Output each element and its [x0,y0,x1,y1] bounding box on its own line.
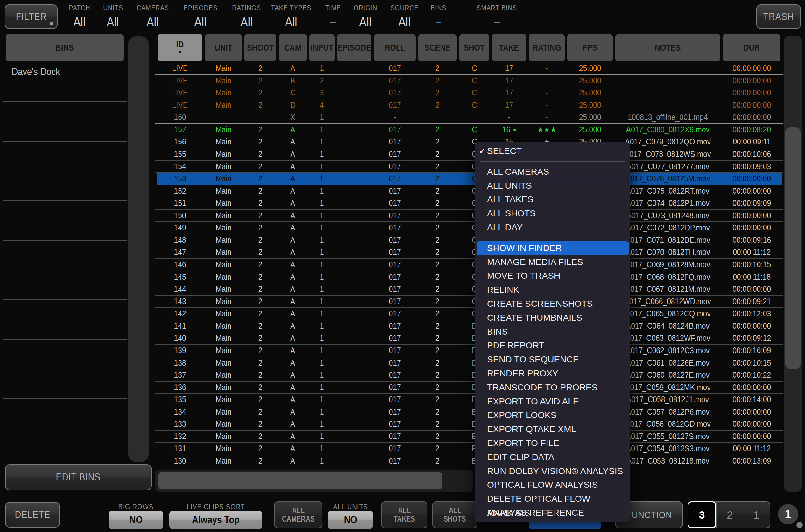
table-row[interactable]: 142Main2A10172CA017_C065_0812CQ.mov00:00… [155,308,783,320]
menu-item-all-day[interactable]: ALL DAY [475,221,630,234]
table-row[interactable]: 135Main2A10172DA017_C058_0812J1.mov00:00… [155,394,783,406]
table-row[interactable]: 133Main2A10172EA017_C056_0812GD.mov00:00… [155,418,783,431]
bins-scrollbar[interactable] [128,36,149,462]
bin-item-empty[interactable] [3,260,127,280]
live-clips-sort-toggle[interactable]: Always Top [169,511,262,529]
bin-item-empty[interactable] [3,221,127,241]
table-row[interactable]: 140Main2A10172DA017_C063_0812WF.mov00:00… [155,332,783,345]
trash-button[interactable]: TRASH [756,4,801,29]
all-takes-button[interactable]: ALLTAKES [381,501,428,528]
table-row[interactable]: 148Main2A10172CA017_C071_0812DE.mov00:00… [155,234,783,247]
menu-item-export-to-avid-ale[interactable]: EXPORT TO AVID ALE [475,395,630,408]
filter-cameras[interactable]: CAMERASAll [126,4,180,29]
menu-item-move-to-trash[interactable]: MOVE TO TRASH [475,269,630,283]
menu-item-pdf-report[interactable]: PDF REPORT [475,339,630,353]
table-row[interactable]: 152Main2A10172CA017_C075_0812RT.mov00:00… [155,185,783,197]
table-row[interactable]: 149Main2A10172CA017_C072_0812DP.mov00:00… [155,222,783,234]
big-rows-toggle[interactable]: NO [109,511,163,529]
menu-item-transcode-to-prores[interactable]: TRANSCODE TO PRORES [475,381,630,395]
page-button-1[interactable]: 1 [743,502,770,528]
table-hscrollbar-track[interactable] [155,470,473,492]
table-row[interactable]: 147Main2A10172CA017_C070_0812TH.mov00:00… [155,246,783,259]
delete-button[interactable]: DELETE [5,502,60,528]
menu-item-mark-as-reference[interactable]: MARK AS REFERENCE [475,506,630,520]
table-row[interactable]: 132Main2A10172EA017_C055_08127S.mov00:00… [155,431,783,443]
menu-item-all-shots[interactable]: ALL SHOTS [475,207,630,221]
menu-item-all-units[interactable]: ALL UNITS [475,179,630,193]
bin-item-empty[interactable] [3,300,127,320]
table-vscrollbar-thumb[interactable] [785,127,801,369]
bin-item-empty[interactable] [3,340,127,359]
table-row[interactable]: 138Main2A10172DA017_C061_08126E.mov00:00… [155,357,783,369]
table-row[interactable]: 131Main2A10172EA017_C054_0812S3.mov00:00… [155,442,783,455]
table-row[interactable]: 134Main2A10172EA017_C057_0812P6.mov00:00… [155,406,783,418]
edit-bins-button[interactable]: EDIT BINS [5,464,151,490]
menu-item-export-to-file[interactable]: EXPORT TO FILE [475,436,630,450]
menu-item-create-screenshots[interactable]: CREATE SCREENSHOTS [475,297,630,311]
bin-item-empty[interactable] [3,102,127,121]
bin-item-empty[interactable] [3,161,127,181]
menu-item-optical-flow-analysis[interactable]: OPTICAL FLOW ANALYSIS [475,478,630,492]
table-row[interactable]: 143Main2A10172CA017_C066_0812WD.mov00:00… [155,296,783,308]
table-row[interactable]: 139Main2A10172DA017_C062_0812C3.mov00:00… [155,345,783,357]
column-header-take[interactable]: TAKE [492,34,526,61]
bin-item-empty[interactable] [3,280,127,300]
all-units-toggle[interactable]: NO [328,511,373,529]
column-header-episode[interactable]: EPISODE [337,34,372,61]
bin-item-empty[interactable] [3,122,127,141]
table-row[interactable]: 160X1---25.000100813_offline_001.mp400:0… [155,111,783,124]
table-row[interactable]: 144Main2A10172CA017_C067_08121M.mov00:00… [155,283,783,296]
column-header-input[interactable]: INPUT [310,34,335,61]
column-header-shoot[interactable]: SHOOT [244,34,276,61]
bin-item-empty[interactable] [3,82,127,102]
page-indicator-badge[interactable]: 1 [778,504,798,524]
table-row[interactable]: LIVEMain2A10172C17-25.00000:00:00:00 [155,62,783,75]
table-row[interactable]: 141Main2A10172DA017_C064_08124B.mov00:00… [155,320,783,332]
table-row[interactable]: 137Main2A10172DA017_C060_08127E.mov00:00… [155,369,783,381]
page-button-2[interactable]: 2 [716,502,743,528]
page-button-3[interactable]: 3 [688,501,716,528]
menu-item-send-to-sequence[interactable]: SEND TO SEQUENCE [475,353,630,366]
column-header-id[interactable]: ID▼ [157,34,203,61]
menu-item-export-looks[interactable]: EXPORT LOOKS [475,408,630,422]
table-row[interactable]: 146Main2A10172CA017_C069_08128M.mov00:00… [155,259,783,271]
bin-item-empty[interactable] [3,181,127,201]
menu-item-run-dolby-vision-analysis[interactable]: RUN DOLBY VISION® ANALYSIS [475,464,630,478]
menu-item-all-cameras[interactable]: ALL CAMERAS [475,165,630,179]
bin-item-empty[interactable] [3,201,127,221]
all-shots-button[interactable]: ALLSHOTS [432,501,478,528]
bin-item-empty[interactable] [3,141,127,161]
bin-item-empty[interactable] [3,379,127,399]
table-hscrollbar-thumb[interactable] [158,472,443,489]
menu-item-manage-media-files[interactable]: MANAGE MEDIA FILES [475,255,630,269]
menu-item-edit-clip-data[interactable]: EDIT CLIP DATA [475,450,630,464]
table-row[interactable]: 156Main2A10172C15★25.000A017_C079_0812QO… [155,136,783,148]
all-cameras-button[interactable]: ALLCAMERAS [274,501,322,528]
menu-item-relink[interactable]: RELINK [475,283,630,297]
bin-item-empty[interactable] [3,241,127,260]
column-header-notes[interactable]: NOTES [615,34,720,61]
menu-item-show-in-finder[interactable]: SHOW IN FINDER [476,241,629,255]
table-row[interactable]: 150Main2A10172CA017_C073_081248.mov00:00… [155,210,783,222]
menu-item-render-proxy[interactable]: RENDER PROXY [475,366,630,381]
column-header-fps[interactable]: FPS [567,34,613,61]
bin-item-empty[interactable] [3,438,127,458]
filter-smart-bins[interactable]: SMART BINS– [470,4,524,29]
column-header-rating[interactable]: RATING [529,34,565,61]
table-row[interactable]: 153Main2A10172CA017_C076_08125M.mov00:00… [155,173,783,185]
bin-item-empty[interactable] [3,320,127,339]
table-row[interactable]: 157Main2A10172C16★★★25.000A017_C080_0812… [155,124,783,136]
bin-item-empty[interactable] [3,418,127,438]
table-row[interactable]: LIVEMain2C30172C17-25.00000:00:00:00 [155,87,783,99]
column-header-cam[interactable]: CAM [279,34,307,61]
table-row[interactable]: LIVEMain2D40172C17-25.00000:00:00:00 [155,99,783,112]
bin-item-empty[interactable] [3,359,127,379]
bin-item-empty[interactable] [3,399,127,418]
menu-item-delete-optical-flow-analysis[interactable]: DELETE OPTICAL FLOW ANALYSIS [475,492,630,506]
bin-item[interactable]: Dave's Dock [3,62,127,82]
column-header-unit[interactable]: UNIT [205,34,242,61]
menu-item-select[interactable]: ✓SELECT [475,144,630,158]
menu-item-export-qtake-xml[interactable]: EXPORT QTAKE XML [475,422,630,436]
table-row[interactable]: 154Main2A10172CA017_C077_081277.mov00:00… [155,161,783,173]
column-header-scene[interactable]: SCENE [418,34,457,61]
